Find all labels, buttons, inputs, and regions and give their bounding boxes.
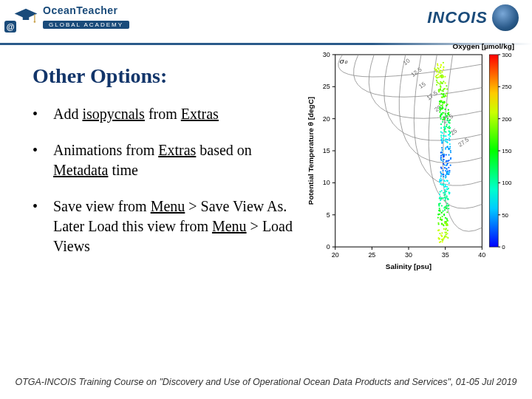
svg-point-427 bbox=[442, 239, 443, 241]
bullet-dot: • bbox=[33, 140, 53, 160]
svg-point-93 bbox=[437, 82, 439, 83]
svg-point-228 bbox=[450, 150, 451, 151]
svg-point-353 bbox=[444, 209, 446, 211]
svg-point-344 bbox=[444, 197, 446, 198]
svg-point-161 bbox=[441, 114, 443, 115]
globe-icon bbox=[492, 4, 519, 31]
svg-point-160 bbox=[447, 117, 449, 119]
t: from bbox=[145, 106, 181, 122]
svg-point-208 bbox=[449, 143, 451, 145]
svg-text:Oxygen [µmol/kg]: Oxygen [µmol/kg] bbox=[453, 42, 514, 50]
svg-point-137 bbox=[439, 112, 440, 113]
svg-point-39 bbox=[443, 62, 444, 64]
t: Extras bbox=[158, 142, 196, 158]
svg-point-219 bbox=[440, 140, 442, 141]
svg-point-139 bbox=[445, 113, 446, 115]
svg-point-123 bbox=[440, 105, 442, 106]
text-column: Other Options: • Add isopycnals from Ext… bbox=[33, 58, 299, 274]
svg-point-418 bbox=[438, 238, 440, 239]
svg-point-265 bbox=[449, 171, 450, 173]
svg-point-223 bbox=[450, 151, 451, 153]
ts-diagram-chart: 20253035400510152025301012.51517.52022.5… bbox=[304, 38, 517, 274]
at-badge-icon: @ bbox=[4, 21, 16, 33]
chart-svg: 20253035400510152025301012.51517.52022.5… bbox=[304, 38, 517, 274]
t: based on bbox=[196, 142, 252, 158]
svg-point-188 bbox=[444, 131, 446, 132]
svg-point-254 bbox=[446, 160, 447, 162]
svg-text:200: 200 bbox=[502, 116, 512, 123]
svg-point-236 bbox=[443, 160, 444, 162]
svg-point-330 bbox=[440, 191, 441, 192]
footer-text: OTGA-INCOIS Training Course on "Discover… bbox=[0, 377, 532, 387]
svg-text:20: 20 bbox=[323, 115, 330, 123]
svg-point-310 bbox=[446, 188, 448, 190]
t: Metadata bbox=[53, 162, 108, 178]
svg-point-88 bbox=[443, 81, 444, 82]
svg-point-201 bbox=[449, 137, 450, 139]
bullet-item: • Save view from Menu > Save View As. La… bbox=[33, 197, 299, 256]
svg-point-348 bbox=[448, 208, 449, 209]
svg-point-316 bbox=[449, 193, 450, 194]
svg-point-168 bbox=[446, 120, 448, 121]
svg-point-238 bbox=[443, 159, 445, 160]
svg-point-309 bbox=[443, 192, 444, 194]
svg-point-335 bbox=[446, 202, 448, 204]
header: OceanTeacher GLOBAL ACADEMY INCOIS bbox=[0, 0, 532, 43]
bullet-text: Add isopycnals from Extras bbox=[53, 104, 219, 124]
svg-point-414 bbox=[447, 237, 449, 239]
svg-point-195 bbox=[440, 137, 442, 138]
svg-point-304 bbox=[444, 189, 446, 191]
svg-point-231 bbox=[441, 147, 443, 149]
svg-point-131 bbox=[442, 106, 443, 107]
svg-point-255 bbox=[440, 158, 442, 160]
svg-point-118 bbox=[442, 103, 443, 105]
svg-point-287 bbox=[445, 176, 446, 177]
svg-point-192 bbox=[445, 135, 446, 137]
svg-point-355 bbox=[441, 205, 443, 206]
svg-point-191 bbox=[449, 126, 450, 127]
incois-text: INCOIS bbox=[427, 8, 488, 27]
svg-point-252 bbox=[448, 167, 449, 168]
svg-point-130 bbox=[446, 105, 447, 106]
svg-point-376 bbox=[442, 216, 443, 217]
bullet-item: • Animations from Extras based on Metada… bbox=[33, 140, 299, 180]
svg-point-391 bbox=[446, 228, 447, 229]
svg-rect-1 bbox=[23, 16, 30, 20]
svg-point-349 bbox=[442, 211, 443, 212]
oceanteacher-text-block: OceanTeacher GLOBAL ACADEMY bbox=[43, 4, 129, 30]
svg-point-226 bbox=[441, 149, 443, 151]
svg-point-71 bbox=[443, 76, 444, 78]
svg-point-166 bbox=[440, 123, 442, 125]
svg-point-138 bbox=[448, 109, 449, 111]
svg-point-169 bbox=[446, 124, 448, 126]
bullet-text: Save view from Menu > Save View As. Late… bbox=[53, 197, 299, 256]
svg-point-429 bbox=[445, 235, 446, 236]
svg-point-121 bbox=[442, 97, 443, 98]
svg-point-321 bbox=[445, 192, 446, 194]
svg-point-258 bbox=[449, 160, 450, 161]
svg-point-333 bbox=[443, 197, 444, 199]
svg-text:25: 25 bbox=[368, 251, 375, 259]
svg-point-253 bbox=[443, 163, 444, 165]
svg-text:Salinity [psu]: Salinity [psu] bbox=[386, 262, 432, 270]
svg-point-395 bbox=[446, 222, 447, 224]
svg-point-135 bbox=[444, 109, 446, 110]
svg-point-387 bbox=[447, 220, 449, 222]
svg-point-270 bbox=[446, 165, 447, 166]
svg-point-364 bbox=[445, 217, 446, 219]
svg-point-384 bbox=[441, 219, 443, 221]
svg-point-371 bbox=[439, 211, 440, 212]
svg-point-302 bbox=[439, 181, 440, 183]
svg-point-358 bbox=[439, 208, 440, 209]
svg-point-221 bbox=[445, 147, 446, 149]
svg-point-400 bbox=[447, 225, 449, 226]
svg-point-213 bbox=[449, 140, 450, 141]
svg-text:30: 30 bbox=[405, 251, 412, 259]
t: isopycnals bbox=[82, 106, 144, 122]
svg-text:40: 40 bbox=[478, 251, 485, 259]
t: Menu bbox=[212, 218, 247, 234]
svg-point-318 bbox=[448, 191, 449, 193]
svg-point-242 bbox=[440, 151, 442, 153]
svg-text:10: 10 bbox=[323, 179, 330, 186]
svg-point-240 bbox=[442, 154, 443, 155]
